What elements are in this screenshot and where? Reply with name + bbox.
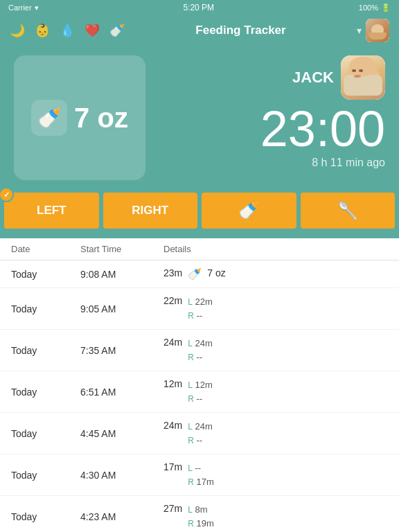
baby-photo-inner [341, 55, 385, 100]
status-right: 100% 🔋 [359, 3, 391, 12]
baby-photo [341, 55, 385, 100]
action-buttons: ✓ LEFT RIGHT 🍼 🥄 [0, 193, 399, 238]
table-row[interactable]: Today 4:23 AM 27m L 8m R 19m [0, 496, 399, 532]
col-start-time: Start Time [80, 244, 163, 254]
heart-icon[interactable]: ❤️ [85, 23, 100, 38]
row1-start: 9:08 AM [80, 269, 163, 280]
row3-lr: L 24m R -- [188, 337, 213, 364]
spoon-button-icon: 🥄 [337, 201, 358, 220]
row5-details: 24m L 24m R -- [163, 420, 388, 447]
carrier-text: Carrier [8, 3, 32, 12]
table-row[interactable]: Today 6:51 AM 12m L 12m R -- [0, 371, 399, 413]
right-button-label: RIGHT [132, 204, 168, 218]
table-row[interactable]: Today 9:08 AM 23m 🍼 7 oz [0, 260, 399, 288]
row3-duration: 24m [163, 337, 182, 348]
header-title: Feeding Tracker [195, 24, 285, 37]
row2-lr: L 22m R -- [188, 295, 213, 322]
battery-text: 100% [359, 3, 378, 12]
table-row[interactable]: Today 7:35 AM 24m L 24m R -- [0, 330, 399, 371]
table-row[interactable]: Today 4:30 AM 17m L -- R 17m [0, 454, 399, 496]
battery-icon: 🔋 [381, 3, 391, 12]
row7-start: 4:23 AM [80, 511, 163, 522]
row7-date: Today [11, 511, 80, 522]
stroller-icon[interactable]: 👶 [35, 23, 50, 38]
left-breast-button[interactable]: ✓ LEFT [4, 193, 99, 229]
feeding-icon[interactable]: 💧 [60, 23, 75, 38]
row3-details: 24m L 24m R -- [163, 337, 388, 364]
bottle-button[interactable]: 🍼 [202, 193, 296, 229]
row5-start: 4:45 AM [80, 428, 163, 439]
header: 🌙 👶 💧 ❤️ 🍼 Feeding Tracker ▾ [0, 15, 399, 46]
ago-text: 8 h 11 min ago [312, 157, 385, 169]
header-nav-icons: 🌙 👶 💧 ❤️ 🍼 [10, 23, 125, 38]
row4-duration: 12m [163, 378, 182, 389]
row1-date: Today [11, 269, 80, 280]
spoon-button[interactable]: 🥄 [301, 193, 396, 229]
row2-duration: 22m [163, 295, 182, 306]
dropdown-arrow-icon[interactable]: ▾ [357, 25, 362, 36]
timer-display: 23:00 [260, 104, 385, 154]
oz-amount: 7 oz [74, 103, 128, 134]
header-avatar[interactable] [366, 19, 389, 42]
row2-date: Today [11, 303, 80, 314]
row6-duration: 17m [163, 461, 182, 472]
row6-details: 17m L -- R 17m [163, 461, 388, 488]
table-row[interactable]: Today 9:05 AM 22m L 22m R -- [0, 288, 399, 330]
row4-start: 6:51 AM [80, 387, 163, 398]
table-row[interactable]: Today 4:45 AM 24m L 24m R -- [0, 413, 399, 454]
row1-duration: 23m [163, 267, 182, 278]
row6-date: Today [11, 470, 80, 481]
row3-start: 7:35 AM [80, 345, 163, 356]
row7-duration: 27m [163, 503, 182, 514]
header-right: ▾ [357, 19, 389, 42]
bottle-amount-inner: 🍼 7 oz [31, 100, 128, 136]
row2-details: 22m L 22m R -- [163, 295, 388, 322]
row7-lr: L 8m R 19m [188, 503, 214, 530]
feeding-table: Date Start Time Details Today 9:08 AM 23… [0, 238, 399, 532]
status-left: Carrier ▾ [8, 3, 39, 12]
row5-date: Today [11, 428, 80, 439]
row6-lr: L -- R 17m [188, 461, 214, 488]
baby-name: JACK [292, 69, 334, 87]
row1-details: 23m 🍼 7 oz [163, 267, 388, 281]
row2-start: 9:05 AM [80, 303, 163, 314]
right-breast-button[interactable]: RIGHT [103, 193, 198, 229]
bottle-button-icon: 🍼 [238, 201, 259, 220]
row4-date: Today [11, 387, 80, 398]
bottle-nav-icon[interactable]: 🍼 [109, 23, 125, 38]
row1-detail-icon: 🍼 [188, 267, 202, 281]
row7-details: 27m L 8m R 19m [163, 503, 388, 530]
table-header: Date Start Time Details [0, 238, 399, 260]
wifi-icon: ▾ [35, 3, 39, 12]
row3-date: Today [11, 345, 80, 356]
baby-name-row: JACK [292, 55, 385, 100]
bottle-icon-wrap: 🍼 [31, 100, 67, 136]
row4-details: 12m L 12m R -- [163, 378, 388, 405]
status-time: 5:20 PM [183, 3, 214, 12]
row4-lr: L 12m R -- [188, 378, 213, 405]
status-bar: Carrier ▾ 5:20 PM 100% 🔋 [0, 0, 399, 15]
bottle-amount-card: 🍼 7 oz [14, 55, 145, 180]
col-date: Date [11, 244, 80, 254]
row5-lr: L 24m R -- [188, 420, 213, 447]
row1-detail-amount: 7 oz [207, 267, 225, 278]
check-badge: ✓ [0, 187, 14, 202]
avatar-image [366, 19, 389, 42]
row5-duration: 24m [163, 420, 182, 431]
row6-start: 4:30 AM [80, 470, 163, 481]
col-details: Details [163, 244, 388, 254]
bottle-hero-icon: 🍼 [37, 107, 62, 130]
left-button-label: LEFT [37, 204, 66, 218]
hero-section: 🍼 7 oz JACK 23:00 8 h 11 min ago [0, 46, 399, 193]
moon-icon[interactable]: 🌙 [10, 23, 25, 38]
hero-right-panel: JACK 23:00 8 h 11 min ago [159, 55, 385, 169]
